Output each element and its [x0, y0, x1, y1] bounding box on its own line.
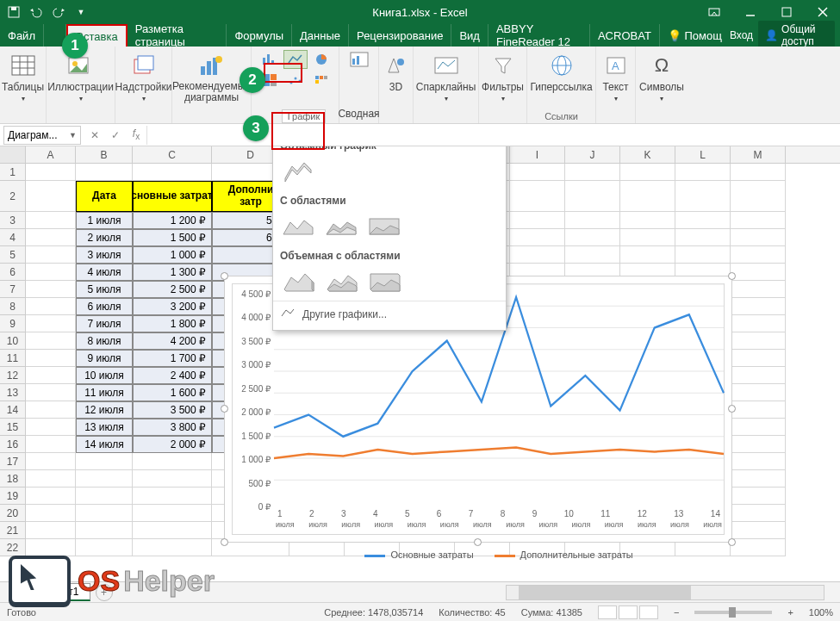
- fx-icon[interactable]: fx: [126, 127, 146, 141]
- tables-button[interactable]: Таблицы▾: [0, 50, 47, 104]
- save-icon[interactable]: [7, 5, 21, 19]
- gallery-area-100[interactable]: [366, 211, 404, 240]
- gallery-3d-area-stacked[interactable]: [323, 266, 361, 295]
- gallery-area-stacked[interactable]: [323, 211, 361, 240]
- hyperlink-button[interactable]: Гиперссылка: [526, 50, 595, 95]
- row-header[interactable]: 18: [0, 470, 26, 487]
- addins-button[interactable]: Надстройки▾: [112, 50, 176, 104]
- tab-file[interactable]: Файл: [0, 24, 44, 47]
- select-all-corner[interactable]: [0, 146, 26, 163]
- ribbon-options-icon[interactable]: [697, 0, 731, 24]
- insert-surface-icon[interactable]: [309, 71, 333, 90]
- row-header[interactable]: 12: [0, 367, 26, 384]
- row-header[interactable]: 19: [0, 487, 26, 505]
- col-header[interactable]: A: [26, 146, 76, 163]
- tab-view[interactable]: Вид: [451, 24, 488, 47]
- name-box[interactable]: Диаграм...▼: [3, 126, 81, 145]
- gallery-more-charts[interactable]: Другие графики...: [273, 301, 506, 326]
- tab-review[interactable]: Рецензирование: [349, 24, 451, 47]
- col-header[interactable]: K: [620, 146, 675, 163]
- row-header[interactable]: 9: [0, 315, 26, 332]
- svg-rect-21: [267, 54, 270, 65]
- svg-rect-22: [271, 60, 274, 65]
- table-cell-main: 1 200 ₽: [133, 212, 212, 229]
- line-chart-tooltip: График: [282, 109, 327, 123]
- row-header[interactable]: 7: [0, 281, 26, 298]
- col-header[interactable]: B: [76, 146, 133, 163]
- insert-scatter-icon[interactable]: [283, 71, 308, 90]
- tab-page-layout[interactable]: Разметка страницы: [128, 24, 227, 47]
- cancel-fx-icon[interactable]: ✕: [84, 129, 105, 141]
- col-header[interactable]: J: [565, 146, 620, 163]
- row-header[interactable]: 6: [0, 264, 26, 281]
- callout-badge-3: 3: [243, 115, 269, 141]
- table-cell-date: 6 июля: [76, 298, 133, 315]
- signin-link[interactable]: Вход: [730, 29, 753, 41]
- zoom-out-icon[interactable]: −: [674, 607, 679, 618]
- tab-acrobat[interactable]: ACROBAT: [590, 24, 660, 47]
- gallery-section-3d-area: Объемная с областями: [273, 245, 506, 264]
- qat-customize-icon[interactable]: ▼: [74, 5, 88, 19]
- horizontal-scrollbar[interactable]: [506, 585, 824, 600]
- symbols-button[interactable]: Ω Символы▾: [636, 50, 688, 104]
- gallery-3d-area-100[interactable]: [366, 266, 404, 295]
- zoom-in-icon[interactable]: +: [787, 607, 793, 618]
- row-header[interactable]: 22: [0, 539, 26, 556]
- col-header[interactable]: L: [675, 146, 731, 163]
- zoom-slider[interactable]: [694, 611, 772, 614]
- row-header[interactable]: 10: [0, 332, 26, 350]
- view-buttons[interactable]: [598, 605, 658, 619]
- tab-data[interactable]: Данные: [292, 24, 349, 47]
- row-header[interactable]: 13: [0, 384, 26, 401]
- undo-icon[interactable]: [29, 5, 43, 19]
- filters-button[interactable]: Фильтры▾: [478, 50, 527, 104]
- insert-line-chart-icon[interactable]: [283, 50, 308, 69]
- insert-pie-chart-icon[interactable]: [309, 50, 333, 69]
- row-header[interactable]: 20: [0, 505, 26, 522]
- formula-bar: Диаграм...▼ ✕ ✓ fx: [0, 124, 840, 146]
- gallery-3d-line[interactable]: [280, 156, 318, 185]
- table-cell-main: 1 300 ₽: [133, 264, 212, 281]
- tell-me[interactable]: 💡 Помощ: [660, 24, 730, 47]
- redo-icon[interactable]: [52, 5, 65, 19]
- pivot-chart-button[interactable]: Сводная: [334, 106, 383, 121]
- row-header[interactable]: 2: [0, 181, 26, 212]
- row-header[interactable]: 21: [0, 522, 26, 539]
- insert-column-chart-icon[interactable]: [258, 50, 282, 69]
- row-header[interactable]: 15: [0, 419, 26, 436]
- share-button[interactable]: 👤Общий доступ: [758, 21, 835, 50]
- row-header[interactable]: 8: [0, 298, 26, 315]
- row-header[interactable]: 4: [0, 229, 26, 246]
- sparklines-button[interactable]: Спарклайны▾: [413, 50, 480, 104]
- table-cell-main: 1 000 ₽: [133, 246, 212, 264]
- row-header[interactable]: 11: [0, 350, 26, 367]
- 3d-map-icon: [383, 52, 410, 79]
- row-header[interactable]: 16: [0, 436, 26, 453]
- svg-point-19: [215, 56, 222, 63]
- row-header[interactable]: 1: [0, 164, 26, 181]
- table-cell-main: 1 600 ₽: [133, 384, 212, 401]
- pivot-chart-icon[interactable]: [347, 50, 371, 69]
- col-header[interactable]: I: [510, 146, 565, 163]
- tab-abbyy[interactable]: ABBYY FineReader 12: [488, 24, 590, 47]
- table-cell-main: 4 200 ₽: [133, 332, 212, 350]
- row-header[interactable]: 14: [0, 401, 26, 419]
- table-cell-main: 1 500 ₽: [133, 229, 212, 246]
- row-header[interactable]: 17: [0, 453, 26, 470]
- svg-point-28: [294, 78, 296, 80]
- tab-formulas[interactable]: Формулы: [227, 24, 292, 47]
- worksheet-grid[interactable]: A B C D E F G H I J K L M 12ДатаОсновные…: [0, 146, 840, 593]
- illustrations-button[interactable]: Иллюстрации▾: [44, 50, 117, 104]
- text-button[interactable]: A Текст▾: [599, 50, 633, 104]
- 3d-map-button[interactable]: 3D: [379, 50, 414, 95]
- gallery-3d-area-basic[interactable]: [280, 266, 318, 295]
- enter-fx-icon[interactable]: ✓: [105, 129, 126, 141]
- row-header[interactable]: 3: [0, 212, 26, 229]
- col-header[interactable]: C: [133, 146, 212, 163]
- col-header[interactable]: M: [731, 146, 786, 163]
- gallery-area-basic[interactable]: [280, 211, 318, 240]
- row-header[interactable]: 5: [0, 246, 26, 264]
- links-group-label: Ссылки: [544, 111, 578, 121]
- chart-x-axis-sub: июляиюляиюляиюляиюляиюляиюляиюляиюляиюля…: [274, 520, 724, 529]
- bulb-icon: 💡: [668, 29, 681, 42]
